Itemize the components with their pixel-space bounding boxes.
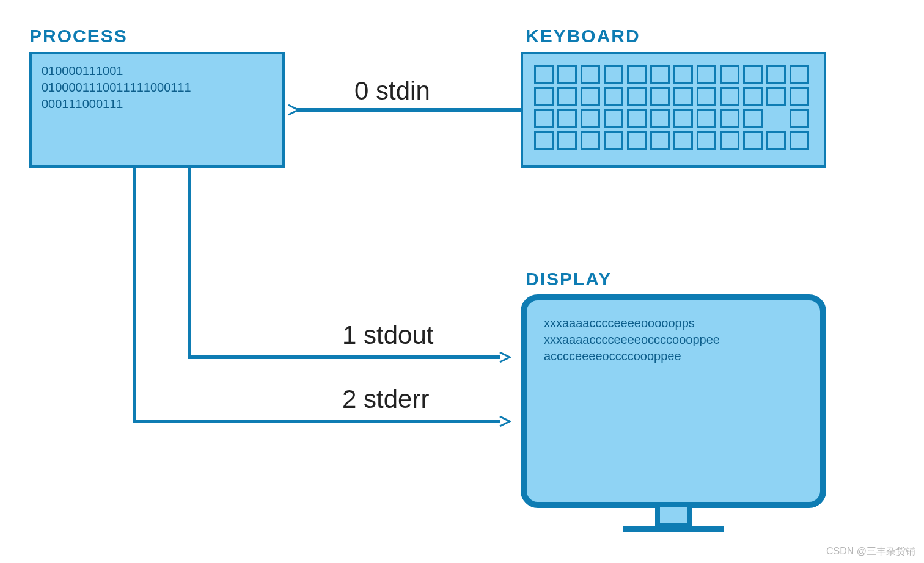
keyboard-key <box>673 65 693 84</box>
keyboard-key <box>581 131 600 150</box>
keyboard-key <box>650 65 670 84</box>
keyboard-key <box>697 131 716 150</box>
keyboard-key <box>627 87 647 106</box>
stderr-label: 2 stderr <box>342 385 429 414</box>
keyboard-key <box>650 87 670 106</box>
keyboard-box <box>521 52 826 168</box>
keyboard-key <box>581 87 600 106</box>
keyboard-key <box>650 109 670 128</box>
keyboard-key <box>581 65 600 84</box>
keyboard-key <box>557 109 577 128</box>
process-line-3: 000111000111 <box>42 96 273 112</box>
keyboard-key <box>650 131 670 150</box>
keyboard-key <box>534 131 554 150</box>
keyboard-key <box>766 65 786 84</box>
keyboard-key <box>627 65 647 84</box>
display-line-1: xxxaaaacccceeeeooooopps <box>544 315 803 332</box>
keyboard-key <box>673 131 693 150</box>
keyboard-key <box>627 131 647 150</box>
keyboard-key <box>604 65 623 84</box>
process-label: PROCESS <box>29 26 128 46</box>
keyboard-key <box>766 131 786 150</box>
keyboard-key <box>720 131 739 150</box>
keyboard-gap <box>766 109 786 128</box>
keyboard-key <box>697 109 716 128</box>
keyboard-row <box>534 131 813 150</box>
stderr-arrow <box>134 168 508 421</box>
keyboard-key <box>534 109 554 128</box>
stdout-label: 1 stdout <box>342 321 433 350</box>
keyboard-row <box>534 87 813 106</box>
keyboard-key <box>627 109 647 128</box>
keyboard-key <box>581 109 600 128</box>
keyboard-key <box>697 87 716 106</box>
process-line-2: 0100001110011111000111 <box>42 79 273 96</box>
keyboard-key <box>766 87 786 106</box>
keyboard-key <box>534 65 554 84</box>
display-line-2: xxxaaaacccceeeeoccccoooppee <box>544 332 803 348</box>
process-box: 010000111001 0100001110011111000111 0001… <box>29 52 285 168</box>
monitor-stand <box>655 507 692 528</box>
process-line-1: 010000111001 <box>42 63 273 79</box>
keyboard-key <box>673 87 693 106</box>
keyboard-key <box>790 109 809 128</box>
stdin-label: 0 stdin <box>354 76 430 106</box>
keyboard-key <box>720 109 739 128</box>
keyboard-key <box>604 87 623 106</box>
display-box: xxxaaaacccceeeeooooopps xxxaaaacccceeeeo… <box>521 294 826 508</box>
keyboard-key <box>557 131 577 150</box>
keyboard-key <box>534 87 554 106</box>
keyboard-key <box>790 131 809 150</box>
keyboard-key <box>604 109 623 128</box>
keyboard-key <box>790 87 809 106</box>
keyboard-key <box>697 65 716 84</box>
keyboard-key <box>743 109 763 128</box>
keyboard-label: KEYBOARD <box>526 26 640 46</box>
diagram-canvas: PROCESS 010000111001 0100001110011111000… <box>0 0 924 563</box>
monitor-base <box>623 526 724 532</box>
display-line-3: acccceeeeoccccoooppee <box>544 348 803 365</box>
keyboard-key <box>557 65 577 84</box>
keyboard-row <box>534 109 813 128</box>
keyboard-key <box>673 109 693 128</box>
keyboard-key <box>743 131 763 150</box>
keyboard-key <box>604 131 623 150</box>
display-label: DISPLAY <box>526 269 612 289</box>
keyboard-key <box>743 65 763 84</box>
keyboard-key <box>743 87 763 106</box>
keyboard-key <box>720 65 739 84</box>
keyboard-row <box>534 65 813 84</box>
keyboard-key <box>720 87 739 106</box>
keyboard-key <box>557 87 577 106</box>
keyboard-key <box>790 65 809 84</box>
watermark: CSDN @三丰杂货铺 <box>826 545 915 558</box>
